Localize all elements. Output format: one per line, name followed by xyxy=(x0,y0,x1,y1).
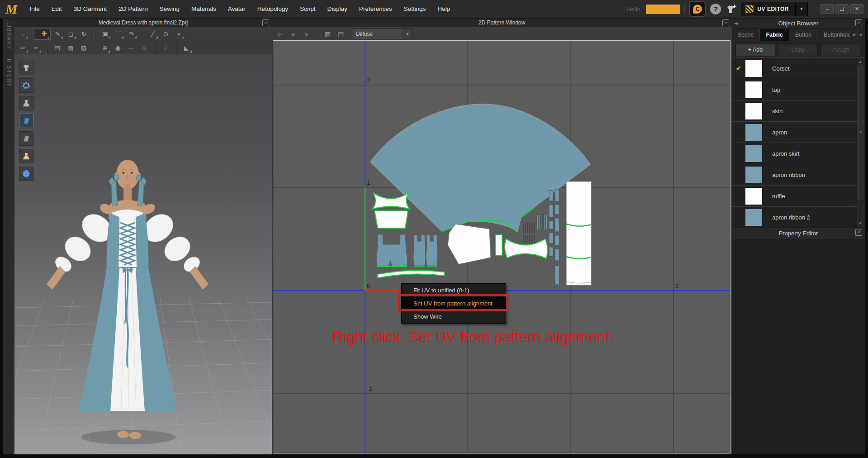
tool-curve-edit[interactable]: ↷ xyxy=(125,29,138,39)
texture-mode-select[interactable]: Diffuse ▼ xyxy=(352,29,413,39)
tool-button[interactable]: ⊕ xyxy=(95,43,111,53)
tool-simulate[interactable]: ↓ xyxy=(17,29,29,39)
menu-retopology[interactable]: Retopology xyxy=(251,0,294,18)
tool-flatten[interactable]: ◣ xyxy=(176,43,193,53)
menu-items: FileEdit3D Garment2D PatternSewingMateri… xyxy=(24,0,456,18)
tool-band[interactable]: ○ xyxy=(138,43,150,53)
fabric-swatch xyxy=(745,145,762,162)
menu-file[interactable]: File xyxy=(24,0,46,18)
right-dock-panel: ➔ Object Browser ↗ SceneFabricButtonButt… xyxy=(732,19,865,454)
tool-segment-sewing[interactable]: ✑ xyxy=(17,43,29,53)
tab-button[interactable]: Button xyxy=(789,29,818,41)
add-avatar-icon[interactable] xyxy=(725,4,737,14)
uv-snapshot-tool[interactable]: ▦ xyxy=(318,29,334,39)
copy-button[interactable]: Copy xyxy=(778,44,818,56)
fabric-swatch xyxy=(745,124,762,141)
close-button[interactable]: ✕ xyxy=(850,4,863,14)
tool-transform-pattern[interactable]: ✚ xyxy=(34,28,51,40)
fabric-list-scrollbar[interactable]: ▲ ≡ ▼ xyxy=(857,58,863,227)
scroll-down-icon[interactable]: ▼ xyxy=(858,220,863,226)
tool-edit-pattern[interactable]: ✎ xyxy=(52,29,64,39)
minimize-button[interactable]: – xyxy=(821,4,834,14)
restore-button[interactable]: ❏ xyxy=(835,4,849,14)
collapsed-group-2[interactable]: » xyxy=(300,29,313,39)
fabric-swatch xyxy=(745,209,762,226)
pattern-gray-icon xyxy=(21,134,31,143)
fabric-row-apron[interactable]: ✔ apron xyxy=(732,122,865,143)
property-editor-header[interactable]: Property Editor ↗ xyxy=(732,228,865,239)
toggle-show-pattern[interactable] xyxy=(19,114,33,128)
menu-edit[interactable]: Edit xyxy=(45,0,67,18)
collapse-panel-icon[interactable]: ➔ xyxy=(734,19,739,29)
left-dock-strip: LIBRARYHISTORY xyxy=(3,19,14,454)
tool-edit-texture[interactable]: ↻ xyxy=(78,29,90,39)
fabric-row-apron-ribbon-2[interactable]: ✔ apron ribbon 2 xyxy=(732,207,865,228)
toggle-show-avatar-render[interactable] xyxy=(19,149,33,163)
menu-2d-pattern[interactable]: 2D Pattern xyxy=(113,0,154,18)
expand-window-icon[interactable]: ↗ xyxy=(855,229,862,236)
clo-account-icon[interactable]: C xyxy=(689,1,706,17)
texture-snapshot-tool[interactable]: ▤ xyxy=(335,29,347,39)
tab-buttonhole[interactable]: Buttonhole xyxy=(818,29,849,41)
expand-window-icon[interactable]: ↗ xyxy=(722,19,729,26)
expand-window-icon[interactable]: ↗ xyxy=(855,19,862,26)
tab-scene[interactable]: Scene xyxy=(732,29,760,41)
tool-zipper[interactable]: ≡ xyxy=(155,43,171,53)
tool-buttonhole[interactable]: ◉ xyxy=(112,43,124,53)
scrollbar-thumb[interactable]: ≡ xyxy=(858,66,863,200)
help-icon[interactable]: ? xyxy=(710,4,721,14)
menu-display[interactable]: Display xyxy=(321,0,353,18)
menu-preferences[interactable]: Preferences xyxy=(353,0,398,18)
fabric-row-apron-skirt[interactable]: ✔ apron skirt xyxy=(732,143,865,164)
annotation-text: Right click, Set UV from pattern alignme… xyxy=(332,329,614,346)
assign-button[interactable]: Assign xyxy=(821,44,860,56)
tab-scroll-left-icon[interactable]: ◀ xyxy=(849,29,857,41)
history-tab[interactable]: HISTORY xyxy=(6,59,12,87)
fabric-row-top[interactable]: ✔ top xyxy=(732,79,865,100)
object-browser-tabs: SceneFabricButtonButtonholeT ◀ ▶ xyxy=(732,29,865,41)
menu-sewing[interactable]: Sewing xyxy=(154,0,185,18)
chevron-down-icon[interactable]: ▼ xyxy=(795,2,807,16)
menu-avatar[interactable]: Avatar xyxy=(222,0,251,18)
add-button[interactable]: + Add xyxy=(735,44,775,56)
tool-transform-2d[interactable]: ▻ xyxy=(274,29,286,39)
menu-help[interactable]: Help xyxy=(432,0,456,18)
toggle-show-pattern-gray[interactable] xyxy=(19,131,33,146)
menu-3d-garment[interactable]: 3D Garment xyxy=(68,0,113,18)
tab-fabric[interactable]: Fabric xyxy=(760,29,789,41)
app-logo: M xyxy=(5,1,18,17)
menu-materials[interactable]: Materials xyxy=(185,0,222,18)
tab-scroll-right-icon[interactable]: ▶ xyxy=(857,29,865,41)
tool-pattern-cloth[interactable]: ▧ xyxy=(77,43,90,53)
toggle-show-garment[interactable] xyxy=(19,61,33,75)
fabric-row-corset[interactable]: ✔ Corset xyxy=(732,58,865,79)
tool-free-sewing[interactable]: ≈ xyxy=(30,43,42,53)
tool-edit-curvature[interactable]: ◻ xyxy=(65,29,77,39)
viewport-3d[interactable] xyxy=(14,54,272,454)
tool-attach-button[interactable]: ─ xyxy=(125,43,137,53)
ctx-show-wire[interactable]: Show Wire xyxy=(402,310,506,323)
tool-dart[interactable]: ⊙ xyxy=(160,29,172,39)
tool-polygon[interactable]: ▣ xyxy=(95,29,111,39)
expand-window-icon[interactable]: ↗ xyxy=(262,19,269,26)
fabric-row-apron-ribbon[interactable]: ✔ apron ribbon xyxy=(732,164,865,186)
toggle-show-avatar[interactable] xyxy=(19,96,33,110)
pattern-canvas[interactable]: 210-13 Fit UV to unified (0-1)Set UV fro… xyxy=(273,40,730,453)
library-tab[interactable]: LIBRARY xyxy=(6,22,12,50)
scroll-up-icon[interactable]: ▲ xyxy=(858,59,863,65)
menu-script[interactable]: Script xyxy=(294,0,322,18)
tool-curve[interactable]: ⌒ xyxy=(112,29,124,39)
workspace-selector[interactable]: UV EDITOR ▼ xyxy=(741,2,808,16)
fabric-swatch xyxy=(745,60,762,77)
tool-edit-texture-2d[interactable]: ▤ xyxy=(47,43,63,53)
fabric-row-ruffle[interactable]: ✔ ruffle xyxy=(732,186,865,207)
fabric-row-skirt[interactable]: ✔ skirt xyxy=(732,100,865,122)
menu-settings[interactable]: Settings xyxy=(398,0,432,18)
tool-adjust-texture[interactable]: ▦ xyxy=(64,43,76,53)
object-browser-title-bar: ➔ Object Browser ↗ xyxy=(732,19,865,29)
tool-internal-line[interactable]: ╱ xyxy=(142,29,159,39)
tool-notch[interactable]: ▪ xyxy=(173,29,185,39)
collapsed-group-1[interactable]: » xyxy=(287,29,299,39)
toggle-show-environment[interactable] xyxy=(19,167,33,181)
toggle-show-particles[interactable] xyxy=(19,78,33,93)
